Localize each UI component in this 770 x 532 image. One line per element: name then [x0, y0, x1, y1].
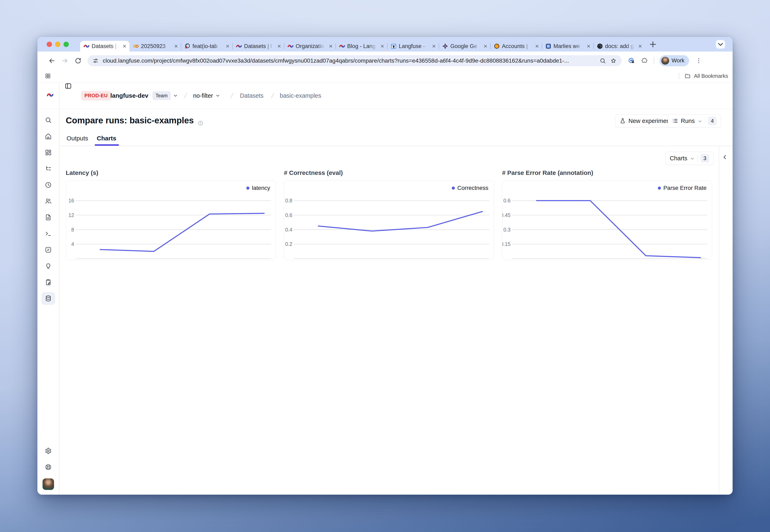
address-bar[interactable]: cloud.langfuse.com/project/cmfwgv8fx002o…	[87, 55, 622, 66]
apps-grid-icon[interactable]	[45, 73, 51, 79]
tab-title: Datasets | l	[244, 43, 275, 49]
maximize-window-button[interactable]	[63, 42, 69, 47]
info-icon[interactable]	[198, 118, 204, 124]
breadcrumb-datasets-link[interactable]: Datasets	[240, 82, 263, 109]
sidebar-item-home[interactable]	[41, 131, 55, 141]
tab-title: Accounts |	[502, 43, 532, 49]
new-experiment-button[interactable]: New experiment	[615, 114, 676, 127]
breadcrumb-separator: /	[181, 82, 189, 109]
chart-card[interactable]: 481216 latency	[66, 180, 276, 260]
browser-tab[interactable]: feat(io-tab	[181, 41, 233, 52]
flask-icon	[620, 118, 626, 124]
legend-label: latency	[252, 185, 270, 191]
sidebar-item-support[interactable]	[41, 462, 55, 472]
close-tab-icon[interactable]	[225, 44, 230, 49]
svg-text:0.8: 0.8	[285, 198, 292, 203]
search-icon	[45, 117, 52, 124]
all-bookmarks[interactable]: All Bookmarks	[679, 73, 728, 79]
sidebar-item-insights[interactable]	[41, 261, 55, 271]
close-tab-icon[interactable]	[534, 44, 539, 49]
sidebar-toggle-icon[interactable]	[64, 82, 72, 90]
evaluators-icon	[45, 246, 52, 253]
langfuse-favicon-icon	[339, 43, 345, 49]
langfuse-logo-icon[interactable]	[47, 92, 54, 99]
browser-tab[interactable]: Organizatio	[284, 41, 336, 52]
chart-card[interactable]: 0.20.40.60.8 Correctness	[284, 180, 494, 260]
chevron-down-icon	[173, 93, 178, 98]
browser-tab[interactable]: 20250923	[129, 41, 181, 52]
legend-label: Correctness	[457, 185, 488, 191]
minimize-window-button[interactable]	[55, 42, 60, 47]
close-tab-icon[interactable]	[586, 44, 591, 49]
reload-button[interactable]	[74, 57, 82, 64]
extensions-puzzle-icon[interactable]	[641, 57, 648, 64]
new-tab-button[interactable]	[648, 40, 658, 49]
close-tab-icon[interactable]	[122, 44, 127, 49]
sidebar-item-playground[interactable]	[41, 229, 55, 238]
site-settings-icon[interactable]	[92, 58, 99, 64]
url-text[interactable]: cloud.langfuse.com/project/cmfwgv8fx002o…	[103, 57, 596, 64]
page-title: Compare runs: basic-examples	[66, 116, 204, 125]
zoom-page-icon[interactable]	[600, 57, 606, 64]
browser-tab[interactable]: Datasets | l	[233, 41, 284, 52]
tab-outputs[interactable]: Outputs	[67, 132, 88, 145]
organization-name[interactable]: langfuse-dev	[110, 82, 148, 109]
notion-favicon-icon	[545, 43, 551, 49]
profile-chip[interactable]: Work	[660, 55, 689, 66]
datasets-icon	[45, 295, 52, 302]
org-plan-badge[interactable]: Team	[152, 82, 178, 109]
sidebar-item-evaluators[interactable]	[41, 245, 55, 255]
bookmark-star-icon[interactable]	[610, 57, 617, 64]
collapse-panel-icon[interactable]	[721, 154, 728, 161]
extension-lock-icon[interactable]	[628, 57, 635, 64]
close-tab-icon[interactable]	[173, 44, 178, 49]
tab-charts[interactable]: Charts	[97, 132, 116, 145]
sidebar-item-prompts[interactable]	[41, 212, 55, 222]
browser-tab[interactable]: Blog - Lang	[336, 41, 387, 52]
close-tab-icon[interactable]	[431, 44, 436, 49]
sidebar-item-annotation-queues[interactable]	[41, 277, 55, 287]
sidebar-item-sessions[interactable]	[41, 180, 55, 190]
browser-tab[interactable]: 6Langfuse -	[387, 41, 439, 52]
browser-tab[interactable]: docs: add g	[594, 41, 645, 52]
sidebar-item-users[interactable]	[41, 196, 55, 206]
project-selector[interactable]: no-filter	[193, 82, 221, 109]
breadcrumb-dataset-name[interactable]: basic-examples	[280, 82, 321, 109]
app-sidebar	[37, 109, 59, 495]
list-icon	[672, 118, 678, 124]
runs-selector-button[interactable]: Runs 4	[668, 114, 721, 127]
charts-selector-button[interactable]: Charts 3	[666, 152, 714, 165]
browser-tab[interactable]: Google Ge	[439, 41, 490, 52]
svg-text:0.45: 0.45	[502, 212, 510, 218]
home-icon	[45, 133, 52, 140]
tab-search-button[interactable]	[716, 40, 725, 49]
sidebar-item-settings[interactable]	[41, 446, 55, 456]
close-tab-icon[interactable]	[638, 44, 643, 49]
sidebar-item-search[interactable]	[41, 115, 55, 125]
environment-badge: PROD-EU	[81, 82, 111, 109]
chart-card[interactable]: 0.150.30.450.6 Parse Error Rate	[502, 180, 712, 260]
sidebar-item-tracing[interactable]	[41, 164, 55, 174]
browser-tab[interactable]: Marlies we	[542, 41, 594, 52]
user-avatar[interactable]	[42, 478, 54, 490]
browser-tab[interactable]: Datasets | La	[80, 41, 129, 52]
svg-text:6: 6	[393, 45, 394, 48]
browser-menu-icon[interactable]	[695, 57, 702, 64]
close-tab-icon[interactable]	[380, 44, 385, 49]
chart-title: # Parse Error Rate (annotation)	[502, 169, 712, 177]
close-window-button[interactable]	[47, 42, 52, 47]
tab-title: Datasets | La	[92, 43, 120, 49]
sidebar-item-datasets[interactable]	[41, 292, 55, 305]
legend-label: Parse Error Rate	[663, 185, 707, 191]
sidebar-item-dashboards[interactable]	[41, 148, 55, 157]
forward-button[interactable]	[61, 57, 69, 64]
back-button[interactable]	[48, 57, 55, 64]
close-tab-icon[interactable]	[277, 44, 282, 49]
chart-block: Latency (s) 481216 latency	[66, 169, 276, 260]
close-tab-icon[interactable]	[328, 44, 333, 49]
users-icon	[45, 198, 52, 205]
browser-tab[interactable]: Accounts |	[490, 41, 542, 52]
svg-text:0.4: 0.4	[285, 227, 292, 233]
tab-title: Google Ge	[450, 43, 481, 49]
close-tab-icon[interactable]	[483, 44, 488, 49]
